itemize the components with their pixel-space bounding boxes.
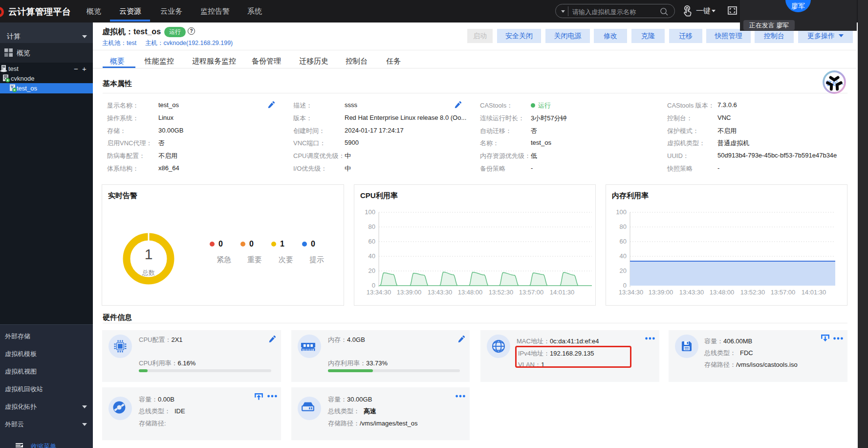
svg-text:14:01:30: 14:01:30 xyxy=(802,289,826,296)
svg-text:13:39:00: 13:39:00 xyxy=(397,289,422,296)
svg-text:0: 0 xyxy=(372,282,375,289)
svg-text:13:34:30: 13:34:30 xyxy=(367,289,391,296)
svg-text:13:52:30: 13:52:30 xyxy=(489,289,514,296)
svg-text:13:48:00: 13:48:00 xyxy=(458,289,483,296)
svg-text:14:01:30: 14:01:30 xyxy=(550,289,575,296)
svg-text:13:39:00: 13:39:00 xyxy=(649,289,673,296)
svg-text:13:57:00: 13:57:00 xyxy=(519,289,544,296)
svg-text:100: 100 xyxy=(616,208,627,216)
svg-text:60: 60 xyxy=(620,238,627,245)
svg-text:80: 80 xyxy=(620,223,627,230)
svg-text:13:52:30: 13:52:30 xyxy=(740,289,765,296)
svg-text:40: 40 xyxy=(620,252,627,260)
svg-text:13:57:00: 13:57:00 xyxy=(771,289,796,296)
svg-text:40: 40 xyxy=(369,252,375,260)
svg-text:60: 60 xyxy=(369,238,375,245)
svg-text:20: 20 xyxy=(620,267,627,274)
svg-text:100: 100 xyxy=(365,208,375,216)
svg-text:13:43:30: 13:43:30 xyxy=(679,289,704,296)
svg-text:13:48:00: 13:48:00 xyxy=(710,289,735,296)
svg-text:13:34:30: 13:34:30 xyxy=(619,289,644,296)
svg-text:13:43:30: 13:43:30 xyxy=(428,289,453,296)
svg-text:80: 80 xyxy=(369,223,375,230)
svg-text:0: 0 xyxy=(623,282,627,289)
svg-text:20: 20 xyxy=(369,267,375,274)
